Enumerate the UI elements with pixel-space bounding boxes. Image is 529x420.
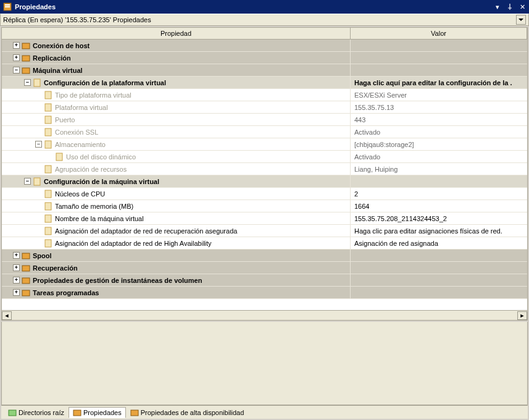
details-pane	[1, 322, 528, 405]
value-ssl[interactable]: Activado	[351, 128, 527, 136]
row-cpu-cores[interactable]: Núcleos de CPU 2	[2, 188, 527, 200]
svg-rect-25	[73, 410, 81, 416]
svg-rect-21	[22, 266, 30, 271]
tab-root-directories[interactable]: Directorios raíz	[4, 407, 69, 418]
expand-icon[interactable]: +	[13, 54, 20, 61]
svg-rect-12	[56, 153, 62, 161]
tab-label: Propiedades	[83, 409, 122, 416]
collapse-icon[interactable]: −	[24, 79, 31, 86]
column-header-value[interactable]: Valor	[351, 28, 527, 39]
tree-body[interactable]: + Conexión de host + Replicación − Máqui…	[2, 40, 527, 310]
sheet-icon	[44, 116, 52, 124]
sheet-icon	[44, 190, 52, 198]
svg-rect-16	[45, 203, 51, 210]
sheet-icon	[44, 140, 52, 149]
svg-rect-17	[45, 215, 51, 222]
sheet-icon	[44, 103, 52, 112]
value-storage[interactable]: [chbjqau8:storage2]	[351, 141, 527, 148]
sheet-icon	[44, 165, 52, 174]
value-assured-recovery-net[interactable]: Haga clic para editar asignaciones físic…	[351, 227, 527, 235]
row-platform-type[interactable]: Tipo de plataforma virtual ESX/ESXi Serv…	[2, 89, 527, 101]
pin-btn[interactable]	[506, 2, 514, 11]
value-vm-name[interactable]: 155.35.75.208_2114324453_2	[351, 215, 527, 222]
dropdown-btn[interactable]: ▾	[493, 2, 502, 11]
svg-rect-11	[45, 141, 51, 148]
value-resource-group[interactable]: Liang, Huiping	[351, 166, 527, 173]
sheet-icon	[44, 128, 52, 136]
group-volume-snapshot-mgmt[interactable]: + Propiedades de gestión de instantáneas…	[2, 274, 527, 287]
horizontal-scrollbar[interactable]: ◄ ►	[2, 310, 527, 320]
close-btn[interactable]: ✕	[518, 2, 527, 11]
scroll-left-btn[interactable]: ◄	[2, 311, 12, 320]
folder-green-icon	[8, 408, 17, 417]
value-dynamic-disk[interactable]: Activado	[351, 153, 527, 161]
svg-rect-6	[34, 79, 40, 86]
tab-ha-properties[interactable]: Propiedades de alta disponibilidad	[126, 407, 249, 418]
row-storage[interactable]: − Almacenamiento [chbjqau8:storage2]	[2, 138, 527, 151]
value-platform-type[interactable]: ESX/ESXi Server	[351, 91, 527, 99]
row-vm-name[interactable]: Nombre de la máquina virtual 155.35.75.2…	[2, 212, 527, 225]
expand-icon[interactable]: +	[13, 42, 20, 49]
sheet-icon	[73, 408, 81, 417]
group-recovery[interactable]: + Recuperación	[2, 262, 527, 274]
svg-rect-2	[5, 6, 10, 7]
group-spool[interactable]: + Spool	[2, 250, 527, 262]
folder-icon	[22, 264, 30, 272]
tab-label: Propiedades de alta disponibilidad	[141, 409, 244, 416]
value-cpu-cores[interactable]: 2	[351, 190, 527, 198]
group-virtual-machine[interactable]: − Máquina virtual	[2, 64, 527, 77]
scroll-right-btn[interactable]: ►	[517, 311, 527, 320]
svg-rect-18	[45, 227, 51, 235]
row-port[interactable]: Puerto 443	[2, 114, 527, 126]
row-ha-net[interactable]: Asignación del adaptador de red de High …	[2, 237, 527, 250]
expand-icon[interactable]: +	[13, 264, 20, 271]
row-ssl[interactable]: Conexión SSL Activado	[2, 126, 527, 138]
sheet-icon	[44, 202, 52, 211]
value-vp-config[interactable]: Haga clic aquí para editar la configurac…	[351, 79, 527, 86]
sheet-icon	[44, 91, 52, 99]
group-host-connection[interactable]: + Conexión de host	[2, 40, 527, 52]
group-virtual-platform-config[interactable]: − Configuración de la plataforma virtual…	[2, 77, 527, 89]
value-port[interactable]: 443	[351, 116, 527, 124]
value-memory[interactable]: 1664	[351, 203, 527, 210]
folder-icon	[22, 276, 30, 285]
expand-icon[interactable]: +	[13, 289, 20, 296]
context-dropdown-btn[interactable]	[516, 15, 526, 25]
sheet-icon	[44, 239, 52, 248]
svg-rect-5	[22, 68, 30, 74]
collapse-icon[interactable]: −	[35, 141, 42, 148]
row-virtual-platform[interactable]: Plataforma virtual 155.35.75.13	[2, 101, 527, 114]
app-icon	[2, 2, 12, 12]
collapse-icon[interactable]: −	[24, 178, 31, 185]
collapse-icon[interactable]: −	[13, 67, 20, 74]
group-scheduled-tasks[interactable]: + Tareas programadas	[2, 287, 527, 299]
sheet-icon	[44, 227, 52, 235]
svg-rect-15	[45, 190, 51, 198]
svg-rect-8	[45, 104, 51, 111]
tab-label: Directorios raíz	[19, 409, 64, 416]
expand-icon[interactable]: +	[13, 252, 20, 259]
row-memory[interactable]: Tamaño de memoria (MB) 1664	[2, 200, 527, 212]
svg-rect-23	[22, 290, 30, 296]
folder-icon	[22, 41, 30, 50]
sheet-icon	[55, 153, 64, 161]
row-resource-group[interactable]: Agrupación de recursos Liang, Huiping	[2, 163, 527, 175]
svg-rect-7	[45, 91, 51, 99]
value-virtual-platform[interactable]: 155.35.75.13	[351, 104, 527, 111]
row-dynamic-disk[interactable]: Uso del disco dinámico Activado	[2, 151, 527, 163]
sheet-icon	[33, 177, 41, 186]
value-ha-net[interactable]: Asignación de red asignada	[351, 240, 527, 247]
svg-rect-9	[45, 116, 51, 124]
svg-rect-10	[45, 128, 51, 136]
row-assured-recovery-net[interactable]: Asignación del adaptador de red de recup…	[2, 225, 527, 237]
expand-icon[interactable]: +	[13, 277, 20, 284]
svg-rect-26	[131, 410, 138, 416]
column-header-property[interactable]: Propiedad	[2, 28, 351, 39]
bottom-tabs: Directorios raíz Propiedades Propiedades…	[1, 405, 528, 419]
group-replication[interactable]: + Replicación	[2, 52, 527, 64]
svg-rect-22	[22, 278, 30, 284]
svg-rect-19	[45, 240, 51, 247]
group-vm-config[interactable]: − Configuración de la máquina virtual	[2, 175, 527, 188]
tab-properties[interactable]: Propiedades	[69, 407, 126, 418]
svg-rect-4	[22, 56, 30, 61]
